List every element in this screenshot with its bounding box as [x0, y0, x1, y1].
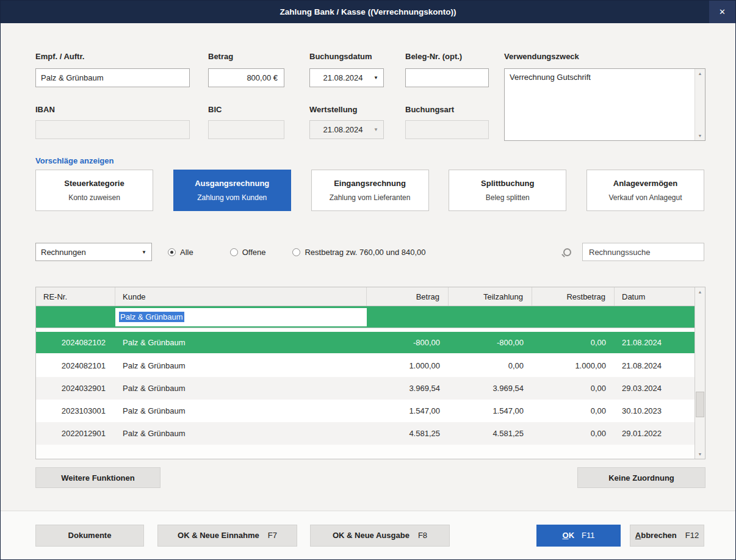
dialog-body: Empf. / Auftr. Betrag Buchungsdatum 21.0…: [1, 23, 735, 511]
filter-cell: [449, 306, 532, 328]
verwendungszweck-textarea[interactable]: Verrechnung Gutschrift ▲ ▼: [504, 68, 705, 141]
radio-alle[interactable]: Alle: [168, 248, 193, 257]
cell-re-nr: 2024032901: [36, 377, 115, 400]
iban-input: [35, 120, 190, 139]
cell-datum: 21.08.2024: [615, 354, 695, 377]
wertstellung-value: 21.08.2024: [315, 125, 371, 134]
ok-neue-ausgabe-button[interactable]: OK & Neue Ausgabe F8: [310, 525, 450, 547]
buchungsdatum-select[interactable]: 21.08.2024 ▼: [309, 68, 384, 87]
vorschlaege-anzeigen-link[interactable]: Vorschläge anzeigen: [35, 156, 114, 165]
abbrechen-button[interactable]: Abbrechen F12: [630, 525, 704, 547]
card-title: Anlagevermögen: [613, 179, 677, 188]
filter-cell: [367, 306, 449, 328]
button-label: OK & Neue Ausgabe: [333, 531, 409, 540]
shortcut-key: F8: [418, 531, 427, 540]
column-header-teilzahlung[interactable]: Teilzahlung: [449, 287, 532, 306]
cell-kunde: Palz & Grünbaum: [115, 422, 367, 445]
list-type-value: Rechnungen: [41, 248, 139, 257]
kunde-filter-selected-text: Palz & Grünbaum: [119, 312, 184, 322]
cell-kunde: Palz & Grünbaum: [115, 377, 367, 400]
ok-neue-einnahme-button[interactable]: OK & Neue Einnahme F7: [157, 525, 297, 547]
button-label: OK & Neue Einnahme: [178, 531, 259, 540]
rechnungssuche-input[interactable]: [582, 243, 704, 261]
cell-kunde: Palz & Grünbaum: [115, 400, 367, 422]
card-steuerkategorie[interactable]: Steuerkategorie Konto zuweisen: [35, 170, 153, 211]
betrag-label: Betrag: [208, 52, 233, 61]
scroll-down-icon: ▼: [698, 133, 702, 138]
radio-restbetrag[interactable]: Restbetrag zw. 760,00 und 840,00: [292, 248, 425, 257]
radio-button-icon: [292, 248, 300, 256]
keine-zuordnung-button[interactable]: Keine Zuordnung: [577, 467, 705, 488]
buchungsdatum-value: 21.08.2024: [315, 73, 371, 82]
filter-cell: [532, 306, 615, 328]
cell-restbetrag: 0,00: [532, 332, 615, 353]
cell-re-nr: 2023103001: [36, 400, 115, 422]
column-header-kunde[interactable]: Kunde: [115, 287, 367, 306]
shortcut-key: F7: [268, 531, 277, 540]
radio-label: Restbetrag zw. 760,00 und 840,00: [305, 248, 425, 257]
verwendungszweck-text: Verrechnung Gutschrift: [510, 73, 689, 82]
card-ausgangsrechnung[interactable]: Ausgangsrechnung Zahlung vom Kunden: [173, 170, 291, 211]
textarea-scrollbar[interactable]: ▲ ▼: [695, 69, 705, 140]
table-row[interactable]: 2024032901 Palz & Grünbaum 3.969,54 3.96…: [36, 377, 695, 400]
cell-datum: 29.03.2024: [615, 377, 695, 400]
table-row[interactable]: 2024082102 Palz & Grünbaum -800,00 -800,…: [36, 332, 695, 354]
suggestion-cards: Steuerkategorie Konto zuweisen Ausgangsr…: [35, 170, 704, 211]
cell-teilzahlung: 3.969,54: [449, 377, 532, 400]
empf-input[interactable]: [35, 68, 190, 87]
card-subtitle: Beleg splitten: [486, 193, 530, 202]
invoice-table-main: RE-Nr. Kunde Betrag Teilzahlung Restbetr…: [36, 287, 695, 459]
card-subtitle: Zahlung vom Lieferanten: [330, 193, 411, 202]
card-anlagevermoegen[interactable]: Anlagevermögen Verkauf von Anlagegut: [586, 170, 704, 211]
column-header-betrag[interactable]: Betrag: [367, 287, 449, 306]
column-header-datum[interactable]: Datum: [615, 287, 695, 306]
dialog-footer: Dokumente OK & Neue Einnahme F7 OK & Neu…: [1, 511, 735, 559]
card-splittbuchung[interactable]: Splittbuchung Beleg splitten: [449, 170, 566, 211]
scroll-up-icon[interactable]: ▲: [698, 289, 702, 295]
cell-betrag: -800,00: [367, 332, 449, 353]
scroll-down-icon[interactable]: ▼: [698, 451, 702, 457]
cell-restbetrag: 0,00: [532, 377, 615, 400]
dokumente-button[interactable]: Dokumente: [35, 525, 144, 547]
table-row[interactable]: 2023103001 Palz & Grünbaum 1.547,00 1.54…: [36, 400, 695, 422]
scrollbar-track[interactable]: [695, 295, 705, 451]
column-header-restbetrag[interactable]: Restbetrag: [532, 287, 615, 306]
scroll-up-icon: ▲: [698, 71, 702, 76]
kunde-filter-input[interactable]: Palz & Grünbaum: [115, 308, 367, 326]
list-type-select[interactable]: Rechnungen ▼: [35, 243, 152, 261]
invoice-filter-bar: Rechnungen ▼ Alle Offene Restbetrag zw. …: [35, 243, 704, 261]
search-icon: [563, 248, 571, 256]
card-eingangsrechnung[interactable]: Eingangsrechnung Zahlung vom Lieferanten: [311, 170, 429, 211]
cell-betrag: 4.581,25: [367, 422, 449, 445]
radio-button-icon: [230, 248, 238, 256]
cell-datum: 29.01.2022: [615, 422, 695, 445]
beleg-nr-label: Beleg-Nr. (opt.): [405, 52, 462, 61]
cell-datum: 21.08.2024: [615, 332, 695, 353]
weitere-funktionen-button[interactable]: Weitere Funktionen: [35, 467, 161, 488]
table-empty-area: [36, 445, 695, 459]
scrollbar-thumb[interactable]: [696, 392, 704, 417]
table-row[interactable]: 2024082101 Palz & Grünbaum 1.000,00 0,00…: [36, 354, 695, 377]
radio-label: Alle: [180, 248, 193, 257]
card-title: Eingangsrechnung: [334, 179, 406, 188]
buchungsdatum-label: Buchungsdatum: [309, 52, 372, 61]
cell-betrag: 1.000,00: [367, 354, 449, 377]
radio-offene[interactable]: Offene: [230, 248, 266, 257]
cell-restbetrag: 1.000,00: [532, 354, 615, 377]
cell-betrag: 1.547,00: [367, 400, 449, 422]
table-scrollbar[interactable]: ▲ ▼: [695, 287, 705, 459]
column-header-re-nr[interactable]: RE-Nr.: [36, 287, 115, 306]
cell-re-nr: 2024082102: [36, 332, 115, 353]
cell-re-nr: 2022012901: [36, 422, 115, 445]
betrag-input[interactable]: [208, 68, 284, 87]
close-button[interactable]: ✕: [709, 1, 735, 23]
wertstellung-select: 21.08.2024 ▼: [309, 120, 384, 139]
shortcut-key: F12: [685, 531, 699, 540]
chevron-down-icon: ▼: [142, 249, 146, 255]
beleg-nr-input[interactable]: [405, 68, 489, 87]
table-row[interactable]: 2022012901 Palz & Grünbaum 4.581,25 4.58…: [36, 422, 695, 445]
ok-button[interactable]: OK F11: [536, 525, 621, 547]
wertstellung-label: Wertstellung: [309, 105, 358, 114]
cell-kunde: Palz & Grünbaum: [115, 332, 367, 353]
cell-teilzahlung: 1.547,00: [449, 400, 532, 422]
